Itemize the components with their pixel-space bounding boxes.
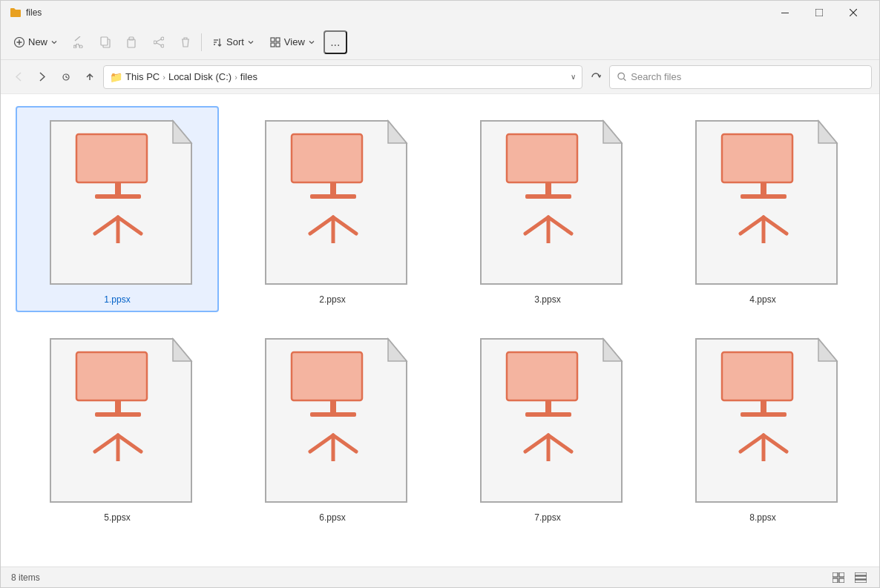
file-label: 2.ppsx [319, 294, 345, 305]
new-icon [14, 37, 24, 47]
breadcrumb-local-disk[interactable]: Local Disk (C:) [168, 71, 232, 82]
file-item[interactable]: 8.ppsx [661, 324, 864, 530]
svg-rect-54 [761, 182, 766, 196]
back-button[interactable] [8, 67, 29, 87]
title-bar-controls [768, 1, 870, 24]
svg-rect-69 [292, 352, 362, 400]
svg-rect-12 [129, 37, 134, 40]
file-item[interactable]: 1.ppsx [16, 106, 219, 312]
file-item[interactable]: 7.ppsx [446, 324, 649, 530]
view-button[interactable]: View [263, 29, 322, 56]
svg-marker-68 [388, 339, 407, 361]
status-right [830, 569, 869, 586]
file-label: 6.ppsx [319, 512, 345, 523]
copy-icon [100, 36, 111, 48]
file-thumbnail-svg [466, 331, 629, 509]
svg-rect-77 [507, 352, 577, 400]
breadcrumb-dropdown-icon[interactable]: ∨ [571, 73, 576, 81]
search-input[interactable] [631, 71, 864, 82]
file-item[interactable]: 6.ppsx [231, 324, 434, 530]
svg-rect-94 [839, 578, 844, 583]
svg-rect-31 [95, 194, 141, 199]
file-thumbnail-svg [36, 113, 199, 291]
recent-button[interactable] [56, 67, 76, 87]
svg-rect-46 [545, 182, 551, 196]
svg-line-26 [624, 79, 626, 81]
list-view-button[interactable] [830, 569, 847, 586]
sort-dropdown-icon [248, 39, 254, 45]
file-thumbnail-svg [251, 331, 414, 509]
copy-button[interactable] [93, 29, 118, 56]
svg-marker-84 [818, 339, 837, 361]
sort-button[interactable]: Sort [205, 29, 261, 56]
close-button[interactable] [836, 1, 870, 24]
svg-rect-87 [741, 412, 787, 417]
svg-rect-79 [525, 412, 571, 417]
svg-point-15 [161, 44, 164, 47]
paste-button[interactable] [119, 29, 145, 56]
sort-icon [212, 37, 223, 47]
svg-rect-91 [833, 572, 838, 577]
cut-icon [73, 36, 84, 48]
file-item[interactable]: 4.ppsx [661, 106, 864, 312]
file-thumbnail-svg [466, 113, 629, 291]
new-button[interactable]: New [7, 29, 65, 56]
svg-rect-53 [722, 134, 792, 182]
svg-rect-10 [101, 37, 108, 45]
svg-rect-86 [761, 400, 766, 414]
main-content: 1.ppsx2.ppsx3.ppsx4.ppsx5.ppsx6.ppsx7.pp… [1, 94, 879, 566]
status-bar: 8 items [1, 566, 879, 587]
minimize-button[interactable] [768, 1, 802, 24]
up-button[interactable] [79, 67, 100, 87]
file-item[interactable]: 5.ppsx [16, 324, 219, 530]
delete-button[interactable] [173, 29, 198, 56]
maximize-button[interactable] [802, 1, 836, 24]
svg-marker-28 [173, 121, 191, 143]
svg-rect-39 [310, 194, 356, 199]
svg-rect-23 [271, 43, 275, 47]
folder-icon [10, 7, 22, 19]
share-button[interactable] [146, 29, 171, 56]
svg-point-14 [154, 41, 157, 44]
file-item[interactable]: 3.ppsx [446, 106, 649, 312]
svg-rect-0 [781, 13, 789, 13]
svg-rect-47 [525, 194, 571, 199]
toolbar: New [1, 24, 879, 60]
refresh-button[interactable] [585, 67, 606, 87]
svg-rect-92 [839, 572, 844, 577]
svg-rect-29 [76, 134, 147, 182]
view-dropdown-icon [309, 39, 315, 45]
svg-rect-55 [741, 194, 787, 199]
cut-button[interactable] [66, 29, 91, 56]
svg-rect-21 [271, 38, 275, 42]
svg-rect-37 [292, 134, 362, 182]
file-item[interactable]: 2.ppsx [231, 106, 434, 312]
svg-rect-22 [276, 38, 280, 42]
delete-icon [180, 36, 191, 48]
forward-button[interactable] [32, 67, 53, 87]
breadcrumb-this-pc[interactable]: This PC [125, 71, 160, 82]
toolbar-separator [201, 33, 202, 51]
items-count: 8 items [11, 572, 40, 583]
svg-rect-95 [855, 572, 867, 575]
svg-rect-71 [310, 412, 356, 417]
file-thumbnail-svg [681, 331, 844, 509]
title-bar-left: files [10, 7, 42, 19]
breadcrumb-files[interactable]: files [240, 71, 257, 82]
view-icon [270, 37, 280, 47]
paste-icon [127, 36, 137, 48]
svg-rect-70 [330, 400, 336, 414]
svg-marker-60 [173, 339, 191, 361]
file-thumbnail-svg [36, 331, 199, 509]
breadcrumb-folder-icon: 📁 [110, 71, 122, 83]
file-label: 8.ppsx [749, 512, 775, 523]
more-button[interactable]: ... [324, 30, 347, 54]
file-label: 1.ppsx [104, 294, 130, 305]
svg-rect-97 [855, 580, 867, 583]
svg-rect-11 [128, 39, 135, 47]
search-icon [617, 72, 626, 82]
grid-view-button[interactable] [853, 569, 869, 586]
search-bar [609, 65, 872, 89]
svg-rect-38 [330, 182, 336, 196]
breadcrumb-sep-2: › [234, 73, 237, 82]
